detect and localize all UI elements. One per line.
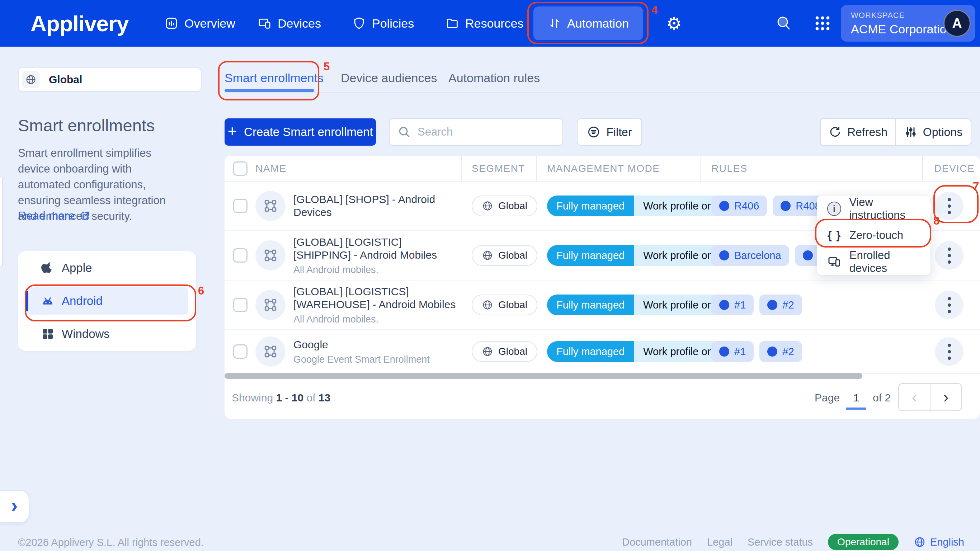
nav-item-overview[interactable]: Overview xyxy=(164,0,235,47)
rule-dot xyxy=(719,347,729,357)
column-divider xyxy=(536,156,537,182)
enrollment-subtitle: All Android mobiles. xyxy=(293,264,459,276)
enrollment-name[interactable]: [GLOBAL] [LOGISTICS] [WAREHOUSE] - Andro… xyxy=(293,285,459,311)
scope-label: Global xyxy=(49,73,82,86)
row-checkbox[interactable] xyxy=(233,199,248,213)
language-selector[interactable]: English xyxy=(914,536,964,548)
tab-automation-rules[interactable]: Automation rules xyxy=(449,71,540,85)
management-mode-badge: Fully managed Work profile only xyxy=(547,196,730,216)
rule-chip[interactable]: #2 xyxy=(759,341,802,362)
mode-primary: Fully managed xyxy=(547,245,634,266)
filter-button[interactable]: Filter xyxy=(577,118,642,146)
management-mode-badge: Fully managed Work profile only xyxy=(547,295,730,315)
filter-label: Filter xyxy=(606,126,632,139)
workspace-avatar[interactable]: A xyxy=(943,10,970,37)
nav-label: Devices xyxy=(278,16,321,30)
next-page-button[interactable]: › xyxy=(931,384,961,410)
menu-item-label: Enrolled devices xyxy=(850,249,931,275)
rule-chip[interactable]: #2 xyxy=(759,295,802,315)
android-icon xyxy=(40,293,55,309)
segment-pill[interactable]: Global xyxy=(472,341,537,362)
settings-gear-icon[interactable]: ⚙ xyxy=(664,14,684,33)
tab-device-audiences[interactable]: Device audiences xyxy=(341,71,437,85)
rule-dot xyxy=(719,201,729,211)
mode-primary: Fully managed xyxy=(547,196,634,216)
horizontal-scrollbar[interactable] xyxy=(224,373,862,379)
info-icon: i xyxy=(827,202,841,216)
nav-item-policies[interactable]: Policies xyxy=(352,0,414,47)
external-link-icon xyxy=(80,210,91,221)
previous-page-button[interactable]: ‹ xyxy=(899,384,930,410)
enrollment-name[interactable]: [GLOBAL] [LOGISTIC] [SHIPPING] - Android… xyxy=(293,236,459,261)
segment-pill[interactable]: Global xyxy=(472,196,537,216)
rule-chip[interactable]: R406 xyxy=(711,196,767,216)
platform-label: Windows xyxy=(62,327,110,341)
rule-chip[interactable]: #1 xyxy=(711,341,754,362)
segment-pill[interactable]: Global xyxy=(472,295,537,315)
rule-chip[interactable]: Barcelona xyxy=(711,245,789,266)
rule-chip[interactable]: #1 xyxy=(711,295,754,315)
nav-label: Policies xyxy=(372,16,414,30)
expand-sidebar-button[interactable]: › xyxy=(0,490,29,523)
rule-dot xyxy=(767,347,777,357)
menu-item-zero-touch[interactable]: { } Zero-touch xyxy=(817,222,931,248)
page-number-input[interactable]: 1 xyxy=(846,392,866,410)
nav-item-resources[interactable]: Resources xyxy=(445,0,524,47)
refresh-label: Refresh xyxy=(847,126,888,139)
enrollment-name[interactable]: Google xyxy=(293,338,459,351)
row-actions-kebab[interactable] xyxy=(935,191,964,220)
pagination-buttons: ‹ › xyxy=(898,383,962,411)
platform-label: Android xyxy=(62,294,103,308)
footer-link-service-status[interactable]: Service status xyxy=(748,536,813,548)
rule-dot xyxy=(803,250,813,260)
search-icon xyxy=(398,125,411,139)
refresh-button[interactable]: Refresh xyxy=(821,119,895,145)
apple-icon xyxy=(40,260,55,276)
refresh-options-group: Refresh Options xyxy=(820,118,971,146)
create-smart-enrollment-button[interactable]: + Create Smart enrollment xyxy=(224,118,376,146)
row-checkbox[interactable] xyxy=(233,298,248,312)
platform-item-windows[interactable]: Windows xyxy=(18,317,196,350)
tab-smart-enrollments[interactable]: Smart enrollments xyxy=(224,71,323,85)
column-divider xyxy=(461,156,462,182)
row-checkbox[interactable] xyxy=(233,344,248,359)
menu-item-enrolled-devices[interactable]: Enrolled devices xyxy=(817,248,931,275)
read-more-link[interactable]: Read more xyxy=(18,209,91,222)
segment-label: Global xyxy=(498,346,527,357)
scope-selector[interactable]: Global xyxy=(18,67,202,92)
footer-link-legal[interactable]: Legal xyxy=(707,536,732,548)
platform-item-android[interactable]: Android xyxy=(18,285,196,317)
platform-list: Apple Android Windows xyxy=(18,251,196,351)
row-checkbox[interactable] xyxy=(233,248,248,263)
active-indicator-bar xyxy=(25,291,28,311)
global-search-icon[interactable] xyxy=(774,14,794,33)
enrollment-group-icon xyxy=(255,191,286,221)
nav-item-devices[interactable]: Devices xyxy=(258,0,321,47)
row-actions-kebab[interactable] xyxy=(935,241,964,270)
table-header: NAME SEGMENT MANAGEMENT MODE RULES DEVIC… xyxy=(224,156,980,182)
platform-item-apple[interactable]: Apple xyxy=(18,252,196,285)
column-header-device: DEVICE xyxy=(934,156,975,182)
annotation-label-6: 6 xyxy=(198,285,204,298)
workspace-switcher[interactable]: WORKSPACE ACME Corporation A xyxy=(841,5,975,41)
search-input[interactable] xyxy=(418,126,554,139)
enrollment-name[interactable]: [GLOBAL] [SHOPS] - Android Devices xyxy=(293,193,459,219)
apps-grid-icon[interactable] xyxy=(813,14,832,32)
options-button[interactable]: Options xyxy=(896,119,970,145)
footer-links: Documentation Legal Service status Opera… xyxy=(622,534,964,550)
table-row: [GLOBAL] [LOGISTICS] [WAREHOUSE] - Andro… xyxy=(224,280,980,330)
windows-icon xyxy=(40,326,55,341)
plus-icon: + xyxy=(228,123,237,139)
footer-link-documentation[interactable]: Documentation xyxy=(622,536,692,548)
nav-label: Overview xyxy=(185,16,235,30)
menu-item-view-instructions[interactable]: i View instructions xyxy=(817,196,931,222)
segment-pill[interactable]: Global xyxy=(472,245,537,266)
row-actions-kebab[interactable] xyxy=(935,291,964,319)
nav-item-automation[interactable]: Automation xyxy=(533,6,643,40)
nav-label: Automation xyxy=(567,16,629,30)
row-actions-kebab[interactable] xyxy=(935,337,964,366)
enrollment-group-icon xyxy=(255,336,286,366)
applivery-logo[interactable]: Applivery xyxy=(30,11,129,36)
rule-label: #1 xyxy=(734,299,746,311)
select-all-checkbox[interactable] xyxy=(233,161,248,176)
